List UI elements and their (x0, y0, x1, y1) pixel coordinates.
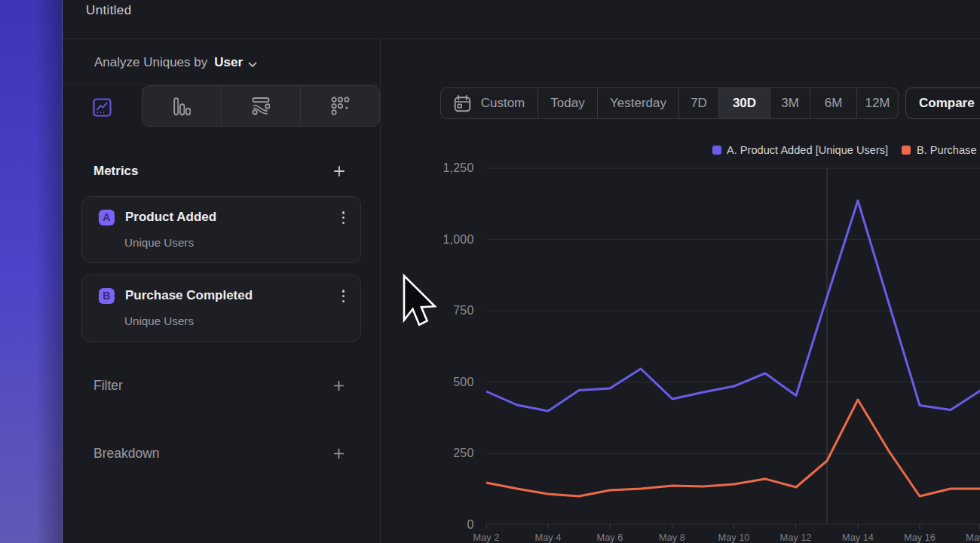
svg-text:1,000: 1,000 (443, 233, 473, 246)
svg-text:May 6: May 6 (597, 532, 623, 543)
svg-text:500: 500 (453, 376, 473, 388)
svg-text:May 12: May 12 (780, 532, 812, 543)
svg-text:May 16: May 16 (904, 532, 936, 543)
svg-text:May 4: May 4 (535, 532, 562, 543)
svg-text:250: 250 (453, 446, 473, 459)
svg-text:750: 750 (453, 304, 473, 317)
svg-text:May 10: May 10 (718, 532, 750, 543)
svg-text:May 18: May 18 (966, 532, 980, 543)
svg-text:1,250: 1,250 (443, 161, 473, 174)
svg-text:0: 0 (467, 518, 473, 531)
svg-text:May 8: May 8 (659, 532, 685, 543)
svg-text:May 2: May 2 (473, 532, 500, 543)
svg-text:May 14: May 14 (842, 532, 874, 543)
